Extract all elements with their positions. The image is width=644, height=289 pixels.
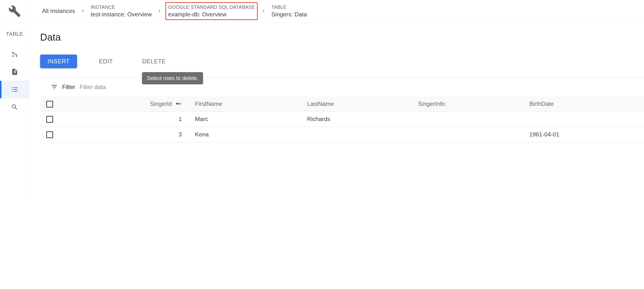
edit-button[interactable]: EDIT: [92, 54, 120, 68]
document-bolt-icon: [11, 68, 18, 75]
breadcrumb: All instances INSTANCE test-instance: Ov…: [29, 2, 309, 20]
chevron-right-icon: [157, 8, 162, 13]
main-content: Data INSERT EDIT DELETE Select rows to d…: [29, 22, 644, 194]
insert-button[interactable]: INSERT: [40, 54, 77, 68]
sidebar: TABLE: [0, 22, 29, 194]
cell-firstname: Kena: [189, 127, 301, 142]
breadcrumb-root[interactable]: All instances: [40, 6, 77, 16]
table-row[interactable]: 3 Kena 1961-04-01: [40, 127, 644, 142]
cell-birthdate: [523, 111, 644, 127]
row-checkbox[interactable]: [46, 116, 53, 123]
breadcrumb-table[interactable]: TABLE Singers: Data: [270, 3, 309, 19]
breadcrumb-root-label: All instances: [42, 7, 75, 15]
column-header-birthdate[interactable]: BirthDate: [523, 96, 644, 111]
filter-icon: [51, 84, 58, 90]
sidebar-item-data[interactable]: [0, 81, 29, 98]
sidebar-item-schema[interactable]: [0, 45, 29, 63]
search-icon: [11, 103, 18, 111]
action-bar: INSERT EDIT DELETE Select rows to delete…: [29, 54, 644, 68]
sidebar-item-details[interactable]: [0, 63, 29, 81]
sidebar-item-search[interactable]: [0, 98, 29, 116]
page-title: Data: [29, 32, 644, 43]
breadcrumb-instance[interactable]: INSTANCE test-instance: Overview: [89, 3, 154, 19]
delete-tooltip: Select rows to delete.: [142, 72, 203, 84]
breadcrumb-instance-name: test-instance: Overview: [91, 10, 152, 18]
breadcrumb-database-type: GOOGLE STANDARD SQL DATABASE: [168, 4, 255, 10]
breadcrumb-table-type: TABLE: [271, 4, 307, 10]
chevron-right-icon: [261, 8, 266, 13]
column-header-lastname[interactable]: LastName: [301, 96, 412, 111]
table-row[interactable]: 1 Marc Richards: [40, 111, 644, 127]
select-all-header[interactable]: [40, 96, 59, 111]
chevron-right-icon: [80, 8, 86, 13]
delete-button[interactable]: DELETE: [135, 54, 173, 68]
breadcrumb-database-name: example-db: Overview: [168, 10, 255, 18]
column-header-singerinfo[interactable]: SingerInfo: [412, 96, 523, 111]
cell-singerid: 1: [59, 111, 189, 127]
spanner-icon: [8, 5, 21, 17]
filter-bar: Filter: [29, 78, 644, 96]
cell-singerid: 3: [59, 127, 189, 142]
schema-icon: [11, 51, 18, 58]
cell-singerinfo: [412, 127, 523, 142]
top-bar: All instances INSTANCE test-instance: Ov…: [0, 0, 644, 22]
cell-lastname: [301, 127, 412, 142]
product-logo[interactable]: [0, 0, 29, 22]
primary-key-icon: [176, 101, 182, 107]
breadcrumb-table-name: Singers: Data: [271, 10, 307, 18]
cell-birthdate: 1961-04-01: [523, 127, 644, 142]
data-table: SingerId FirstName LastName SingerInfo B…: [40, 96, 644, 142]
filter-input[interactable]: [80, 84, 633, 90]
cell-lastname: Richards: [301, 111, 412, 127]
row-checkbox[interactable]: [46, 131, 53, 138]
breadcrumb-instance-type: INSTANCE: [91, 4, 152, 10]
column-header-label: SingerId: [150, 100, 172, 107]
breadcrumb-database[interactable]: GOOGLE STANDARD SQL DATABASE example-db:…: [166, 2, 258, 20]
data-rows-icon: [11, 86, 18, 93]
table-header-row: SingerId FirstName LastName SingerInfo B…: [40, 96, 644, 111]
checkbox-icon: [46, 101, 53, 108]
column-header-singerid[interactable]: SingerId: [59, 96, 189, 111]
sidebar-title: TABLE: [6, 31, 23, 37]
column-header-firstname[interactable]: FirstName: [189, 96, 301, 111]
cell-singerinfo: [412, 111, 523, 127]
filter-label: Filter: [62, 84, 75, 90]
cell-firstname: Marc: [189, 111, 301, 127]
